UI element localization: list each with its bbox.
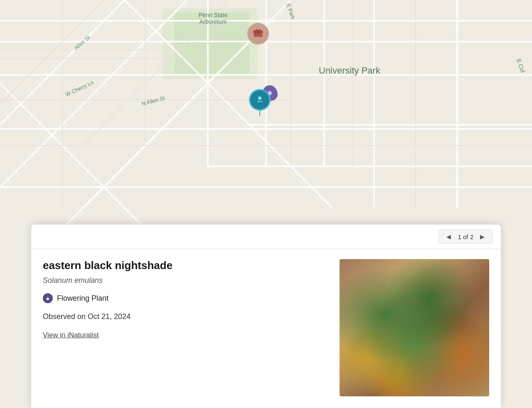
svg-rect-1 (175, 12, 249, 75)
inaturalist-link[interactable]: View in iNaturalist (43, 331, 99, 339)
svg-line-9 (0, 0, 187, 187)
observation-popup: ◀ 1 of 2 ▶ □ × eastern black nightshade … (31, 225, 501, 408)
svg-line-28 (0, 0, 104, 104)
observed-date: Observed on Oct 21, 2024 (43, 312, 331, 321)
pagination-controls: ◀ 1 of 2 ▶ (438, 230, 493, 244)
popup-info: eastern black nightshade Solanum emulans… (43, 259, 331, 396)
svg-point-39 (259, 97, 261, 99)
observation-title: eastern black nightshade (43, 259, 331, 272)
popup-nav-bar: ◀ 1 of 2 ▶ (31, 225, 501, 249)
next-arrow-icon: ▶ (480, 233, 485, 240)
prev-arrow-icon: ◀ (446, 233, 451, 240)
category-row: Flowering Plant (43, 293, 331, 303)
next-button[interactable]: ▶ (478, 232, 486, 241)
page-indicator: 1 of 2 (458, 233, 473, 240)
scientific-name: Solanum emulans (43, 276, 331, 285)
selected-map-pin[interactable] (249, 89, 270, 116)
observation-image (340, 259, 489, 396)
plant-photo (340, 259, 489, 396)
popup-content: □ × eastern black nightshade Solanum emu… (31, 249, 501, 408)
category-icon (43, 293, 53, 303)
svg-point-34 (259, 34, 263, 37)
category-label: Flowering Plant (57, 294, 108, 303)
butterfly-map-pin[interactable] (247, 23, 269, 45)
svg-point-33 (254, 34, 258, 37)
prev-button[interactable]: ◀ (445, 232, 453, 241)
